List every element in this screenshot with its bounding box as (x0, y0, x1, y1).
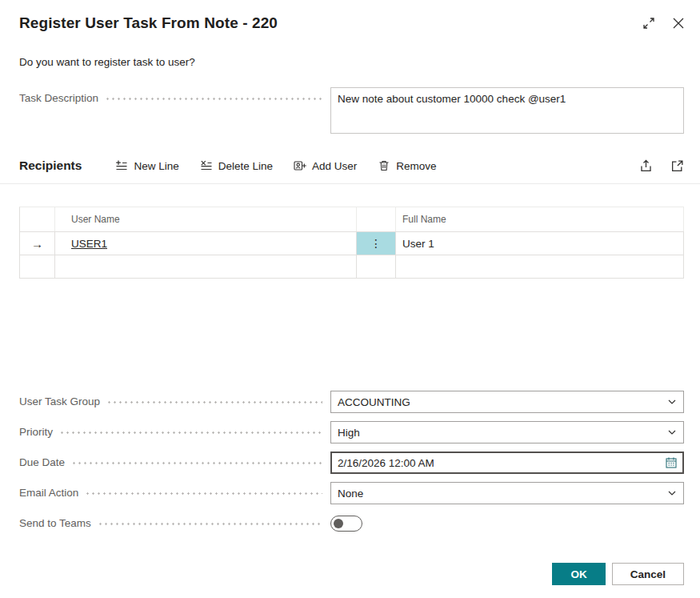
user-task-group-label: User Task Group (19, 391, 100, 413)
popout-button[interactable] (670, 159, 684, 173)
share-button[interactable] (639, 159, 653, 173)
priority-row: Priority High (19, 421, 684, 443)
send-to-teams-row: Send to Teams (19, 512, 684, 535)
table-row: → USER1 ⋮ User 1 (19, 232, 684, 255)
table-header-row: User Name Full Name (19, 207, 684, 232)
expand-icon (642, 17, 655, 30)
toggle-knob (334, 519, 343, 528)
row-selector-cell[interactable]: → (20, 232, 55, 255)
recipients-toolbar-right (639, 159, 684, 173)
remove-label: Remove (396, 160, 436, 172)
new-line-icon (115, 159, 128, 172)
full-name-cell[interactable]: User 1 (396, 232, 684, 255)
toolbar-separator (0, 183, 700, 184)
row-selector-header (20, 207, 55, 231)
email-action-label: Email Action (19, 482, 78, 504)
due-date-row: Due Date (19, 452, 684, 474)
due-date-label: Due Date (19, 452, 65, 474)
date-picker-button[interactable] (665, 456, 678, 469)
delete-line-icon (200, 159, 213, 172)
add-user-label: Add User (312, 160, 357, 172)
new-line-button[interactable]: New Line (115, 159, 178, 172)
share-icon (639, 159, 653, 173)
dotted-leader (105, 98, 322, 100)
chevron-down-icon (667, 488, 677, 498)
expand-dialog-button[interactable] (642, 17, 655, 30)
dotted-leader (71, 462, 322, 464)
full-name-column-header[interactable]: Full Name (396, 207, 684, 231)
recipients-table: User Name Full Name → USER1 ⋮ User 1 (19, 207, 684, 279)
user-task-group-value: ACCOUNTING (338, 396, 667, 408)
user-task-group-row: User Task Group ACCOUNTING (19, 391, 684, 413)
new-line-label: New Line (134, 160, 178, 172)
assist-edit-column-header (357, 207, 396, 231)
delete-line-button[interactable]: Delete Line (200, 159, 273, 172)
add-user-icon (294, 159, 306, 172)
dotted-leader (85, 492, 322, 495)
full-name-cell[interactable] (396, 255, 684, 278)
remove-icon (378, 159, 390, 172)
close-icon (673, 18, 684, 29)
table-row-empty (19, 255, 684, 279)
dotted-leader (59, 431, 322, 434)
delete-line-label: Delete Line (218, 160, 273, 172)
spacer (19, 279, 684, 391)
remove-button[interactable]: Remove (378, 159, 436, 172)
task-description-label: Task Description (19, 87, 98, 110)
close-dialog-button[interactable] (673, 18, 684, 29)
dialog-header: Register User Task From Note - 220 (19, 14, 684, 32)
due-date-input[interactable] (338, 457, 665, 469)
task-description-input[interactable]: New note about customer 10000 check @use… (330, 87, 684, 134)
email-action-row: Email Action None (19, 482, 684, 504)
ok-button[interactable]: OK (552, 563, 605, 585)
page-title: Register User Task From Note - 220 (19, 14, 278, 32)
email-action-value: None (338, 488, 667, 500)
assist-edit-button[interactable]: ⋮ (357, 232, 396, 255)
user-name-link[interactable]: USER1 (71, 238, 107, 250)
add-user-button[interactable]: Add User (294, 159, 357, 172)
task-description-row: Task Description New note about customer… (19, 87, 684, 134)
current-row-arrow-icon: → (31, 237, 43, 251)
user-name-cell[interactable] (55, 255, 357, 278)
assist-edit-cell[interactable] (357, 255, 396, 278)
row-selector-cell[interactable] (20, 255, 55, 278)
send-to-teams-label: Send to Teams (19, 512, 91, 535)
dotted-leader (98, 523, 322, 525)
user-task-group-select[interactable]: ACCOUNTING (330, 391, 684, 413)
send-to-teams-area (330, 512, 684, 535)
confirmation-question: Do you want to register task to user? (19, 56, 684, 68)
chevron-down-icon (667, 397, 677, 407)
dotted-leader (106, 401, 322, 403)
register-user-task-dialog: Register User Task From Note - 220 Do yo… (0, 0, 700, 598)
popout-icon (670, 159, 684, 173)
priority-select[interactable]: High (330, 421, 684, 443)
cancel-button[interactable]: Cancel (612, 563, 684, 585)
priority-value: High (338, 427, 667, 439)
dialog-header-icons (642, 14, 684, 30)
recipients-section-title: Recipients (19, 159, 82, 173)
user-name-column-header[interactable]: User Name (55, 207, 357, 231)
chevron-down-icon (667, 427, 677, 437)
recipients-toolbar: Recipients New Line Delete Line Add User… (19, 153, 684, 179)
priority-label: Priority (19, 421, 53, 443)
due-date-field (330, 452, 684, 474)
send-to-teams-toggle[interactable] (330, 516, 362, 532)
calendar-icon (665, 456, 678, 469)
email-action-select[interactable]: None (330, 482, 684, 504)
user-name-cell[interactable]: USER1 (55, 232, 357, 255)
dialog-footer: OK Cancel (19, 555, 684, 585)
